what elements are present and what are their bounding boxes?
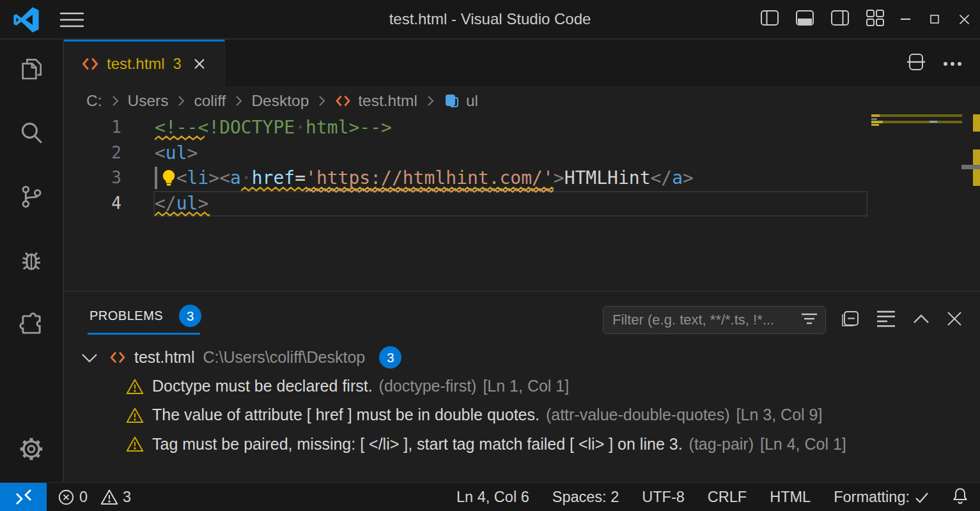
warning-icon bbox=[100, 489, 118, 505]
tab-test-html[interactable]: test.html 3 bbox=[64, 40, 225, 86]
extensions-icon[interactable] bbox=[18, 311, 45, 340]
tab-strip: test.html 3 bbox=[64, 40, 980, 86]
problems-status[interactable]: 0 3 bbox=[58, 489, 131, 506]
html-file-icon bbox=[81, 56, 100, 72]
indentation[interactable]: Spaces: 2 bbox=[552, 489, 619, 506]
tab-problem-count: 3 bbox=[173, 56, 182, 73]
customize-layout-icon[interactable] bbox=[866, 10, 884, 29]
symbol-icon bbox=[443, 93, 460, 109]
problem-position: [Ln 1, Col 1] bbox=[483, 377, 569, 395]
warning-squiggle bbox=[155, 135, 205, 141]
error-icon bbox=[58, 489, 75, 506]
eol-sequence[interactable]: CRLF bbox=[708, 489, 747, 506]
window-title: test.html - Visual Studio Code bbox=[389, 10, 591, 28]
more-actions-icon[interactable] bbox=[943, 57, 962, 69]
warning-count: 3 bbox=[123, 489, 131, 506]
active-panel-underline bbox=[88, 333, 200, 335]
warning-icon bbox=[126, 378, 144, 395]
breadcrumb-item[interactable]: Users bbox=[128, 92, 169, 110]
tab-problems[interactable]: PROBLEMS bbox=[89, 309, 163, 323]
problems-file-row[interactable]: test.html C:\Users\coliff\Desktop 3 bbox=[64, 343, 980, 372]
maximize-panel-icon[interactable] bbox=[913, 314, 929, 326]
line-number: 3 bbox=[64, 165, 121, 191]
split-editor-icon[interactable] bbox=[906, 52, 926, 74]
warning-squiggle bbox=[155, 211, 210, 217]
vscode-logo[interactable] bbox=[13, 7, 39, 35]
problems-panel: PROBLEMS 3 Filter (e.g. text, **/*.ts, !… bbox=[64, 291, 980, 482]
explorer-icon[interactable] bbox=[19, 56, 44, 84]
title-bar: test.html - Visual Studio Code bbox=[0, 0, 980, 40]
line-number: 1 bbox=[64, 115, 121, 141]
breadcrumb-item[interactable]: coliff bbox=[194, 92, 226, 110]
view-as-table-icon[interactable] bbox=[840, 310, 859, 330]
code-line[interactable]: 2<ul> bbox=[64, 141, 933, 166]
warning-squiggle bbox=[241, 187, 554, 192]
collapse-all-icon[interactable] bbox=[876, 310, 896, 330]
editor[interactable]: C: Users coliff Desktop test.html ul 1<!… bbox=[64, 86, 980, 291]
chevron-right-icon bbox=[111, 95, 120, 107]
toggle-panel-icon[interactable] bbox=[796, 10, 814, 28]
check-icon bbox=[915, 491, 929, 504]
toggle-sidebar-icon[interactable] bbox=[761, 10, 779, 28]
toggle-secondary-sidebar-icon[interactable] bbox=[831, 10, 849, 28]
close-panel-icon[interactable] bbox=[947, 311, 962, 329]
close-window-icon[interactable] bbox=[956, 10, 972, 29]
tab-close-icon[interactable] bbox=[193, 57, 206, 70]
problem-position: [Ln 4, Col 1] bbox=[760, 435, 846, 454]
status-bar: 0 3 Ln 4, Col 6 Spaces: 2 UTF-8 CRLF HTM… bbox=[0, 482, 980, 511]
problem-position: [Ln 3, Col 9] bbox=[736, 406, 823, 424]
chevron-down-icon[interactable] bbox=[81, 352, 98, 363]
html-file-icon bbox=[334, 94, 352, 108]
html-file-icon bbox=[109, 350, 127, 365]
problem-rule: (tag-pair) bbox=[689, 435, 754, 454]
lightbulb-icon[interactable] bbox=[159, 168, 178, 191]
warning-icon bbox=[126, 436, 144, 452]
settings-gear-icon[interactable] bbox=[17, 435, 45, 466]
encoding[interactable]: UTF-8 bbox=[642, 489, 685, 506]
error-count: 0 bbox=[79, 489, 88, 506]
file-problems-badge: 3 bbox=[379, 346, 401, 369]
remote-indicator[interactable] bbox=[0, 483, 47, 511]
problems-filter-input[interactable]: Filter (e.g. text, **/*.ts, !*... bbox=[603, 306, 826, 334]
filter-icon[interactable] bbox=[801, 312, 818, 328]
formatting-status[interactable]: Formatting: bbox=[834, 489, 929, 506]
search-icon[interactable] bbox=[18, 119, 45, 149]
warning-icon bbox=[126, 407, 144, 423]
problems-count-badge: 3 bbox=[179, 305, 201, 327]
line-number: 2 bbox=[64, 141, 121, 166]
filter-placeholder: Filter (e.g. text, **/*.ts, !*... bbox=[612, 312, 801, 328]
menu-icon[interactable] bbox=[60, 11, 84, 31]
problem-message: Tag must be paired, missing: [ </li> ], … bbox=[152, 435, 683, 454]
breadcrumb-drive[interactable]: C: bbox=[86, 92, 102, 110]
breadcrumb: C: Users coliff Desktop test.html ul bbox=[86, 86, 478, 115]
problems-file-path: C:\Users\coliff\Desktop bbox=[203, 348, 365, 367]
chevron-right-icon bbox=[317, 95, 326, 107]
problem-rule: (attr-value-double-quotes) bbox=[546, 406, 730, 424]
language-mode[interactable]: HTML bbox=[770, 489, 811, 506]
breadcrumb-symbol[interactable]: ul bbox=[466, 92, 478, 110]
problem-message: Doctype must be declared first. bbox=[152, 377, 373, 395]
problem-message: The value of attribute [ href ] must be … bbox=[152, 406, 540, 424]
notifications-bell-icon[interactable] bbox=[952, 487, 968, 508]
breadcrumb-file[interactable]: test.html bbox=[358, 92, 417, 110]
problem-rule: (doctype-first) bbox=[379, 377, 477, 395]
debug-icon[interactable] bbox=[18, 247, 45, 277]
source-control-icon[interactable] bbox=[19, 183, 44, 213]
chevron-right-icon bbox=[426, 95, 435, 107]
problems-file-name: test.html bbox=[134, 348, 194, 367]
tab-label: test.html bbox=[107, 55, 165, 73]
chevron-right-icon bbox=[234, 95, 243, 107]
activity-bar bbox=[0, 40, 64, 482]
chevron-right-icon bbox=[176, 95, 185, 107]
text-cursor bbox=[155, 167, 157, 189]
cursor-position[interactable]: Ln 4, Col 6 bbox=[456, 489, 529, 506]
problem-row[interactable]: Doctype must be declared first.(doctype-… bbox=[64, 372, 980, 400]
maximize-icon[interactable] bbox=[926, 10, 943, 29]
line-number: 4 bbox=[64, 191, 121, 217]
problem-row[interactable]: Tag must be paired, missing: [ </li> ], … bbox=[64, 430, 980, 459]
breadcrumb-item[interactable]: Desktop bbox=[251, 92, 309, 110]
minimize-icon[interactable] bbox=[897, 10, 914, 29]
problem-row[interactable]: The value of attribute [ href ] must be … bbox=[64, 400, 980, 429]
